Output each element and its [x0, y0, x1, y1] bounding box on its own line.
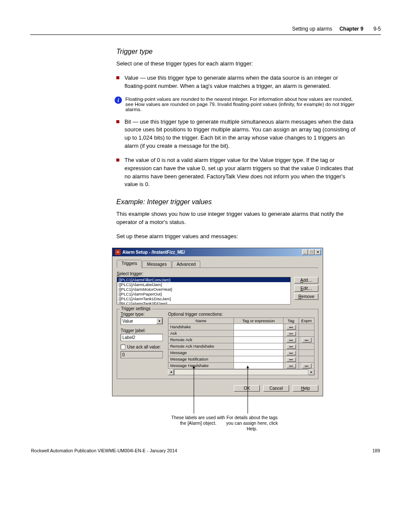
- trigger-list-item[interactable]: {[PLC1]AlarmPaperOut}: [117, 292, 290, 296]
- app-icon: ≡: [115, 249, 121, 255]
- figure: ≡ Alarm Setup - /InstantFizz_ME/ _ □ × T…: [116, 248, 358, 396]
- cell-name: Handshake: [168, 324, 234, 330]
- cell-tag-button[interactable]: •••: [283, 324, 299, 330]
- optional-connections-label: Optional trigger connections:: [168, 312, 314, 317]
- trigger-settings-fieldset: Trigger settings Trigger type: Value ▾ T…: [117, 309, 318, 379]
- cell-exprn-button: [299, 324, 314, 330]
- minimize-button[interactable]: _: [302, 249, 308, 255]
- alarm-setup-dialog: ≡ Alarm Setup - /InstantFizz_ME/ _ □ × T…: [112, 248, 323, 396]
- cell-tag-button[interactable]: •••: [283, 349, 299, 356]
- page-header: Setting up alarms Chapter 9 9-5: [30, 26, 381, 32]
- trigger-list-item[interactable]: {[PLC1]AlarmTank2FilJam}: [117, 301, 290, 305]
- trigger-values-text: The value of 0 is not a valid alarm trig…: [125, 156, 358, 189]
- trigger-values-block: The value of 0 is not a valid alarm trig…: [116, 156, 358, 189]
- cell-name: Message: [168, 349, 234, 356]
- trigger-type-select[interactable]: Value ▾: [121, 317, 163, 325]
- scroll-right-icon[interactable]: ▸: [308, 369, 314, 375]
- cell-exprn-button: [299, 330, 314, 336]
- browse-tag-button[interactable]: •••: [286, 338, 296, 342]
- callout-labels: These labels are used with the [Alarm] o…: [170, 415, 226, 426]
- cell-exprn-button: [299, 349, 314, 356]
- trigger-settings-legend: Trigger settings: [120, 306, 152, 311]
- horizontal-scrollbar[interactable]: ◂ ▸: [168, 369, 314, 375]
- cell-tag-button[interactable]: •••: [283, 343, 299, 349]
- browse-tag-button[interactable]: •••: [286, 357, 296, 362]
- trigger-list-item[interactable]: {[PLC1]AlarmLabelJam}: [117, 282, 290, 287]
- browse-exprn-button[interactable]: •••: [302, 364, 311, 368]
- trigger-list[interactable]: {[PLC1]AlarmFillerConvJam}{[PLC1]AlarmLa…: [117, 277, 291, 305]
- cell-tag-or-expression[interactable]: [234, 324, 283, 330]
- bullet-bit: Bit — use this trigger type to generate …: [116, 118, 358, 150]
- cell-tag-or-expression[interactable]: [234, 362, 283, 369]
- callout-help: For details about the tags you can assig…: [224, 415, 280, 432]
- cell-tag-or-expression[interactable]: [234, 330, 283, 336]
- scroll-left-icon[interactable]: ◂: [168, 369, 174, 375]
- ack-all-value-input: 0: [121, 351, 163, 358]
- cell-tag-or-expression[interactable]: [234, 349, 283, 356]
- tab-triggers[interactable]: Triggers: [117, 260, 142, 268]
- col-name: Name: [168, 317, 234, 324]
- browse-tag-button[interactable]: •••: [286, 331, 296, 336]
- chapter-title: Setting up alarms: [292, 26, 332, 32]
- cell-exprn-button[interactable]: •••: [299, 362, 314, 369]
- cancel-button[interactable]: Cancel: [263, 385, 289, 392]
- maximize-button[interactable]: □: [308, 249, 314, 255]
- cell-tag-or-expression[interactable]: [234, 343, 283, 349]
- trigger-label-label: Trigger label:: [121, 328, 163, 333]
- page-footer: Rockwell Automation Publication VIEWME-U…: [30, 448, 381, 453]
- cell-tag-button[interactable]: •••: [283, 336, 299, 343]
- table-row: Message Handshake••••••: [168, 362, 314, 369]
- page-number: 9-5: [374, 26, 381, 32]
- cell-exprn-button: [299, 343, 314, 349]
- browse-tag-button[interactable]: •••: [286, 325, 296, 330]
- browse-tag-button[interactable]: •••: [286, 351, 296, 355]
- section-lead: Select one of these trigger types for ea…: [116, 60, 358, 68]
- edit-button[interactable]: Edit…: [294, 285, 318, 292]
- info-icon: i: [115, 96, 122, 104]
- bullet-bit-text: Bit — use this trigger type to generate …: [125, 118, 358, 150]
- trigger-type-label: Trigger type:: [121, 312, 163, 317]
- cell-name: Ack: [168, 330, 234, 336]
- browse-tag-button[interactable]: •••: [286, 364, 296, 368]
- footer-left: Rockwell Automation Publication VIEWME-U…: [31, 448, 177, 453]
- connections-table: Name Tag or expression Tag Exprn Handsha…: [168, 317, 314, 369]
- trigger-list-item[interactable]: {[PLC1]AlarmTank1DiscJam}: [117, 296, 290, 301]
- info-note-text: Floating-point values are rounded to the…: [125, 96, 358, 112]
- table-row: Message•••: [168, 349, 314, 356]
- cell-tag-or-expression[interactable]: [234, 336, 283, 343]
- tab-messages[interactable]: Messages: [142, 261, 171, 268]
- section-heading: Trigger type: [116, 48, 358, 56]
- checkbox-icon[interactable]: [121, 345, 125, 349]
- cell-tag-button[interactable]: •••: [283, 356, 299, 362]
- table-row: Remote Ack••••••: [168, 336, 314, 343]
- cell-name: Remote Ack: [168, 336, 234, 343]
- cell-tag-button[interactable]: •••: [283, 330, 299, 336]
- cell-exprn-button[interactable]: •••: [299, 336, 314, 343]
- use-ack-all-checkbox[interactable]: Use ack all value:: [121, 345, 163, 349]
- close-button[interactable]: ×: [315, 249, 321, 255]
- info-note: i Floating-point values are rounded to t…: [116, 96, 358, 112]
- browse-exprn-button[interactable]: •••: [302, 338, 311, 342]
- table-row: Message Notification•••: [168, 356, 314, 362]
- trigger-label-input[interactable]: Label2: [121, 334, 163, 341]
- bullet-value: Value — use this trigger type to generat…: [116, 74, 358, 90]
- select-trigger-label: Select trigger:: [117, 271, 318, 276]
- trigger-list-item[interactable]: {[PLC1]AlarmMotorOverHeat}: [117, 287, 290, 292]
- cell-tag-or-expression[interactable]: [234, 356, 283, 362]
- tab-advanced[interactable]: Advanced: [172, 261, 200, 268]
- cell-name: Message Notification: [168, 356, 234, 362]
- help-button[interactable]: Help: [293, 385, 318, 392]
- col-tag: Tag: [283, 317, 299, 324]
- trigger-list-item[interactable]: {[PLC1]AlarmFillerConvJam}: [117, 277, 290, 282]
- col-tagexpr: Tag or expression: [234, 317, 283, 324]
- chevron-down-icon[interactable]: ▾: [156, 318, 162, 324]
- col-exprn: Exprn: [299, 317, 314, 324]
- remove-button[interactable]: Remove: [294, 293, 318, 300]
- ok-button[interactable]: OK: [234, 385, 260, 392]
- browse-tag-button[interactable]: •••: [286, 344, 296, 349]
- chapter-number: Chapter 9: [339, 26, 363, 32]
- tabbar: Triggers Messages Advanced: [117, 260, 318, 268]
- cell-tag-button[interactable]: •••: [283, 362, 299, 369]
- dialog-title: Alarm Setup - /InstantFizz_ME/: [122, 250, 302, 255]
- add-button[interactable]: Add…: [294, 277, 318, 283]
